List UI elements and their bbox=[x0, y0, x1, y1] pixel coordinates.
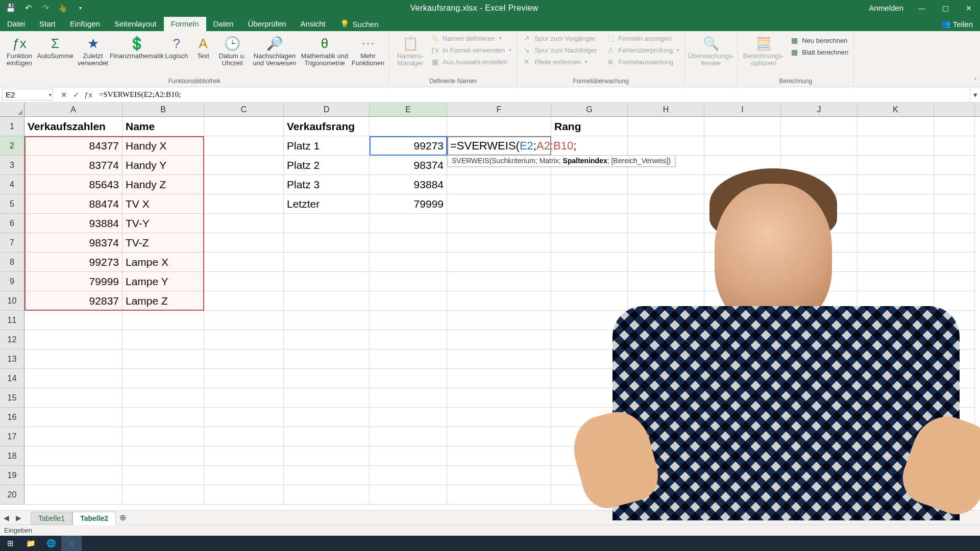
row-header[interactable]: 4 bbox=[0, 175, 24, 194]
cell-A10[interactable]: 92837 bbox=[24, 291, 122, 311]
cell[interactable] bbox=[447, 427, 551, 446]
cell[interactable] bbox=[934, 446, 975, 466]
cell[interactable] bbox=[551, 311, 628, 330]
cell[interactable] bbox=[628, 272, 704, 291]
cell[interactable] bbox=[704, 369, 781, 388]
tab-daten[interactable]: Daten bbox=[206, 17, 241, 31]
cell[interactable] bbox=[781, 272, 857, 291]
cell[interactable] bbox=[934, 330, 975, 349]
touchmode-icon[interactable]: 👆 bbox=[56, 3, 69, 14]
tab-einfuegen[interactable]: Einfügen bbox=[63, 17, 107, 31]
cell[interactable] bbox=[370, 349, 447, 369]
cell[interactable] bbox=[628, 369, 704, 388]
col-header-rest[interactable] bbox=[934, 103, 975, 116]
col-header-K[interactable]: K bbox=[857, 103, 934, 116]
cell-E4[interactable]: 93884 bbox=[370, 175, 447, 194]
cell-A1[interactable]: Verkaufszahlen bbox=[24, 117, 122, 136]
cell[interactable] bbox=[857, 175, 934, 194]
cell[interactable] bbox=[447, 311, 551, 330]
cell[interactable] bbox=[284, 466, 370, 485]
cell[interactable] bbox=[628, 311, 704, 330]
cell-D1[interactable]: Verkaufsrang bbox=[284, 117, 370, 136]
tab-ueberpruefen[interactable]: Überprüfen bbox=[241, 17, 293, 31]
minimize-button[interactable]: — bbox=[911, 0, 933, 16]
qat-dropdown-icon[interactable]: ▾ bbox=[74, 3, 87, 14]
cell-A8[interactable]: 99273 bbox=[24, 253, 122, 272]
calculate-now-button[interactable]: ▦Neu berechnen bbox=[788, 35, 850, 46]
cell[interactable] bbox=[857, 485, 934, 505]
cell[interactable] bbox=[284, 485, 370, 505]
cell[interactable] bbox=[204, 388, 284, 408]
cell[interactable] bbox=[447, 388, 551, 408]
cell[interactable] bbox=[781, 194, 857, 214]
cell[interactable] bbox=[628, 194, 704, 214]
cell[interactable] bbox=[704, 272, 781, 291]
cell[interactable] bbox=[628, 330, 704, 349]
cell[interactable] bbox=[24, 408, 122, 427]
cell[interactable] bbox=[551, 175, 628, 194]
share-button[interactable]: 👥 Teilen bbox=[934, 17, 980, 31]
cell[interactable] bbox=[284, 330, 370, 349]
collapse-ribbon-icon[interactable]: ˄ bbox=[974, 78, 977, 85]
cell[interactable] bbox=[370, 446, 447, 466]
cell[interactable] bbox=[204, 272, 284, 291]
cell[interactable] bbox=[122, 485, 204, 505]
cell-B9[interactable]: Lampe Y bbox=[122, 272, 204, 291]
cell[interactable] bbox=[370, 427, 447, 446]
cell[interactable] bbox=[934, 427, 975, 446]
undo-icon[interactable]: ↶ bbox=[21, 3, 35, 14]
col-header-D[interactable]: D bbox=[284, 103, 370, 116]
col-header-B[interactable]: B bbox=[122, 103, 204, 116]
cell[interactable] bbox=[24, 446, 122, 466]
cell[interactable] bbox=[551, 427, 628, 446]
cell[interactable] bbox=[284, 369, 370, 388]
expand-formula-bar-icon[interactable]: ▾ bbox=[970, 87, 980, 102]
text-button[interactable]: AText bbox=[192, 33, 214, 67]
cell[interactable] bbox=[122, 311, 204, 330]
cell[interactable] bbox=[781, 330, 857, 349]
cell[interactable] bbox=[447, 330, 551, 349]
cell-B2[interactable]: Handy X bbox=[122, 136, 204, 156]
cell[interactable] bbox=[551, 446, 628, 466]
cell[interactable] bbox=[204, 291, 284, 311]
cell[interactable] bbox=[370, 214, 447, 233]
cell[interactable] bbox=[551, 330, 628, 349]
cell[interactable] bbox=[551, 233, 628, 253]
row-header[interactable]: 11 bbox=[0, 311, 24, 330]
cell[interactable] bbox=[704, 349, 781, 369]
cell[interactable] bbox=[704, 427, 781, 446]
enter-icon[interactable]: ✓ bbox=[70, 90, 82, 99]
cell[interactable] bbox=[447, 272, 551, 291]
tab-datei[interactable]: Datei bbox=[0, 17, 32, 31]
row-header[interactable]: 8 bbox=[0, 253, 24, 272]
row-header[interactable]: 1 bbox=[0, 117, 24, 136]
cell[interactable] bbox=[934, 291, 975, 311]
cell[interactable] bbox=[551, 369, 628, 388]
tab-ansicht[interactable]: Ansicht bbox=[293, 17, 333, 31]
cell[interactable] bbox=[370, 388, 447, 408]
cell[interactable] bbox=[551, 485, 628, 505]
col-header-J[interactable]: J bbox=[781, 103, 857, 116]
cell-D3[interactable]: Platz 2 bbox=[284, 156, 370, 175]
cell[interactable] bbox=[204, 253, 284, 272]
cell-A9[interactable]: 79999 bbox=[24, 272, 122, 291]
cell[interactable] bbox=[551, 194, 628, 214]
cell[interactable] bbox=[122, 466, 204, 485]
cell-C1[interactable] bbox=[204, 117, 284, 136]
cell[interactable] bbox=[781, 349, 857, 369]
cell[interactable] bbox=[628, 349, 704, 369]
cell[interactable] bbox=[551, 253, 628, 272]
lookup-ref-button[interactable]: 🔎Nachschlagen und Verweisen bbox=[250, 33, 299, 67]
cell[interactable] bbox=[857, 291, 934, 311]
cell[interactable] bbox=[370, 369, 447, 388]
cell-F1[interactable] bbox=[447, 117, 551, 136]
more-functions-button[interactable]: ⋯Mehr Funktionen bbox=[350, 33, 386, 67]
cell[interactable] bbox=[370, 253, 447, 272]
cell[interactable] bbox=[551, 272, 628, 291]
cell[interactable] bbox=[704, 408, 781, 427]
row-header[interactable]: 15 bbox=[0, 388, 24, 408]
cell[interactable] bbox=[781, 311, 857, 330]
signin-link[interactable]: Anmelden bbox=[862, 4, 911, 12]
cell[interactable] bbox=[284, 253, 370, 272]
autosum-button[interactable]: ΣAutoSumme bbox=[37, 33, 74, 67]
